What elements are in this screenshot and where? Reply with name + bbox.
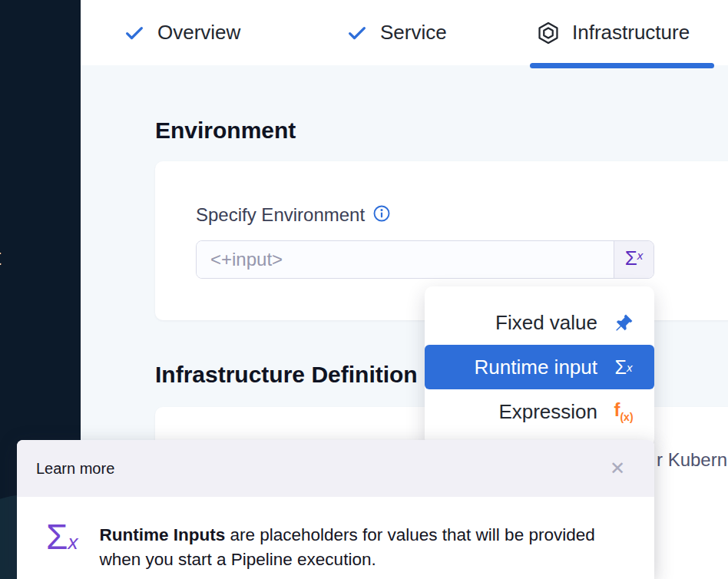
sigma-icon: Σx <box>610 358 637 377</box>
dropdown-item-runtime-input[interactable]: Runtime input Σx <box>425 345 654 389</box>
dropdown-item-fixed-value[interactable]: Fixed value <box>425 303 654 342</box>
learn-more-header: Learn more ✕ <box>17 440 654 497</box>
infrastructure-definition-heading: Infrastructure Definition <box>155 362 418 388</box>
dropdown-item-runtime-input-label: Runtime input <box>475 356 597 379</box>
specify-environment-label: Specify Environment <box>196 204 365 226</box>
tab-infrastructure-label: Infrastructure <box>572 21 690 45</box>
info-icon[interactable] <box>372 204 391 226</box>
close-icon[interactable]: ✕ <box>610 459 625 478</box>
tab-infrastructure[interactable]: Infrastructure <box>536 0 690 65</box>
environment-input-group: Σx <box>196 240 654 279</box>
environment-input[interactable] <box>197 241 614 278</box>
check-icon <box>346 22 369 45</box>
background-text-fragment: r Kubern <box>657 449 727 471</box>
tab-service[interactable]: Service <box>346 0 447 65</box>
pin-icon <box>610 313 637 333</box>
learn-more-text: Runtime Inputs are placeholders for valu… <box>99 521 598 572</box>
active-tab-underline <box>530 63 714 68</box>
hexagon-icon <box>536 21 561 45</box>
tab-service-label: Service <box>380 21 447 45</box>
tab-overview[interactable]: Overview <box>123 0 240 65</box>
tab-overview-label: Overview <box>157 21 240 45</box>
check-icon <box>123 22 146 45</box>
environment-heading: Environment <box>155 117 296 144</box>
multitype-selector-button[interactable]: Σx <box>614 241 654 278</box>
dropdown-item-expression-label: Expression <box>498 400 597 424</box>
learn-more-popover: Learn more ✕ Σx Runtime Inputs are place… <box>17 440 654 579</box>
dropdown-item-fixed-value-label: Fixed value <box>495 311 597 335</box>
sidebar-partial-label: t <box>0 244 1 270</box>
sigma-icon: Σ <box>625 248 637 268</box>
learn-more-body: Σx Runtime Inputs are placeholders for v… <box>17 497 654 572</box>
multitype-dropdown: Fixed value Runtime input Σx Expression … <box>425 286 654 446</box>
learn-more-title: Learn more <box>36 460 114 478</box>
expression-fx-icon: f(x) <box>610 401 637 422</box>
sigma-icon: Σx <box>46 521 78 554</box>
stage-tab-bar: Overview Service Infrastructure <box>81 0 728 65</box>
dropdown-item-expression[interactable]: Expression f(x) <box>425 392 654 431</box>
